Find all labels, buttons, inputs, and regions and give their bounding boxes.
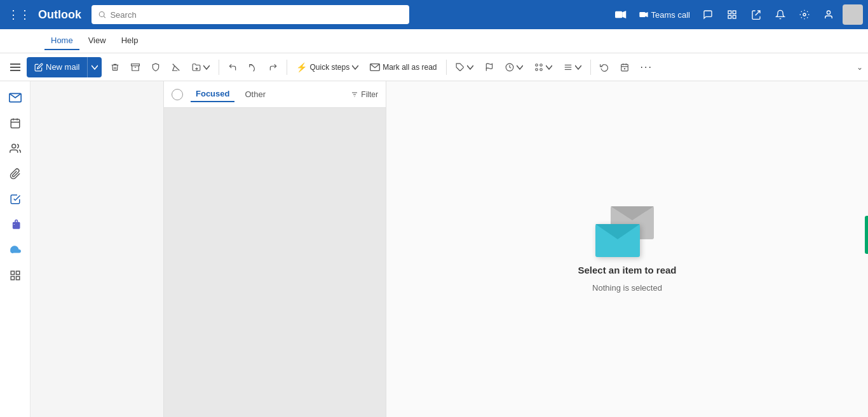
tag-button[interactable]: [451, 57, 478, 77]
trash-icon: [111, 63, 119, 72]
svg-rect-13: [10, 67, 20, 68]
sidebar-item-calendar[interactable]: [4, 112, 27, 135]
sidebar-item-people[interactable]: [4, 137, 27, 160]
message-list: Focused Other Filter: [164, 81, 386, 417]
snooze-button[interactable]: [500, 57, 528, 77]
rules-button[interactable]: [559, 57, 587, 77]
settings-icon[interactable]: [794, 4, 815, 25]
search-bar[interactable]: [92, 5, 409, 24]
flag-button[interactable]: [480, 57, 499, 77]
teams-call-label: Teams call: [651, 10, 690, 20]
new-mail-dropdown-button[interactable]: [87, 57, 102, 77]
separator-1: [219, 60, 219, 75]
search-icon: [98, 10, 106, 19]
chat-icon[interactable]: [698, 4, 718, 25]
calendar-add-button[interactable]: [615, 57, 634, 77]
separator-3: [446, 60, 447, 75]
archive-button[interactable]: [126, 57, 145, 77]
sidebar-item-onedrive[interactable]: [4, 239, 27, 261]
move-to-button[interactable]: [187, 57, 215, 77]
sweep-icon: [172, 63, 180, 72]
svg-point-22: [535, 63, 538, 66]
collapse-nav-button[interactable]: [5, 57, 25, 77]
more-button[interactable]: ···: [635, 57, 658, 77]
delete-button[interactable]: [105, 57, 125, 77]
expand-collapse-button[interactable]: ⌄: [857, 63, 863, 72]
svg-rect-9: [733, 15, 736, 18]
filter-button[interactable]: Filter: [351, 90, 378, 99]
new-mail-button[interactable]: New mail: [27, 57, 87, 77]
empty-state: Select an item to read Nothing is select…: [578, 206, 676, 293]
reverse-icon: [600, 63, 609, 72]
svg-point-40: [11, 144, 15, 148]
separator-4: [590, 60, 591, 75]
svg-rect-42: [16, 271, 19, 274]
profile-icon[interactable]: [818, 4, 839, 25]
search-input[interactable]: [110, 10, 403, 20]
sidebar-item-teams[interactable]: [4, 213, 27, 236]
rules-icon: [564, 63, 573, 72]
apps-grid-icon[interactable]: ⋮⋮: [5, 5, 33, 24]
menu-item-view[interactable]: View: [82, 32, 112, 50]
bell-icon[interactable]: [770, 4, 790, 25]
undo-icon: [228, 63, 237, 72]
svg-rect-41: [11, 271, 14, 274]
tag-icon: [456, 63, 465, 72]
undo-button[interactable]: [223, 57, 242, 77]
cat-chevron-icon: [546, 64, 552, 70]
video-icon[interactable]: [611, 4, 631, 25]
svg-rect-44: [16, 277, 19, 280]
teams-icon-top: [639, 10, 649, 20]
teams-call-button[interactable]: Teams call: [635, 8, 694, 21]
tab-other[interactable]: Other: [240, 87, 271, 102]
categorize-button[interactable]: [529, 57, 557, 77]
reading-pane: Select an item to read Nothing is select…: [386, 81, 868, 417]
compose-icon: [34, 63, 43, 72]
more-icon: ···: [641, 62, 653, 73]
envelope-icon: [370, 63, 380, 71]
svg-marker-3: [622, 11, 626, 18]
undo3-button[interactable]: [595, 57, 614, 77]
flag-icon: [485, 63, 494, 72]
sidebar-icons: [0, 81, 31, 417]
svg-point-24: [535, 68, 538, 70]
filter-icon: [351, 91, 358, 98]
svg-rect-6: [728, 11, 731, 14]
redo-icon: [269, 63, 278, 72]
chevron-down-icon: [92, 64, 98, 70]
svg-rect-29: [621, 64, 628, 71]
redo-button[interactable]: [264, 57, 283, 77]
sidebar-item-attachments[interactable]: [4, 162, 27, 185]
sidebar-item-mail[interactable]: [4, 86, 27, 109]
undo2-icon: [248, 63, 257, 72]
svg-point-0: [99, 12, 104, 17]
svg-point-11: [827, 11, 830, 14]
empty-title: Select an item to read: [578, 265, 676, 275]
mark-all-read-button[interactable]: Mark all as read: [365, 57, 442, 77]
clock-icon: [505, 63, 514, 72]
report-button[interactable]: [146, 57, 165, 77]
svg-line-1: [104, 17, 105, 18]
svg-point-10: [803, 13, 806, 16]
separator-2: [287, 60, 287, 75]
quick-steps-button[interactable]: ⚡ Quick steps: [291, 57, 363, 77]
menu-item-home[interactable]: Home: [44, 32, 79, 50]
envelope-illustration: [595, 206, 659, 257]
svg-rect-8: [728, 15, 731, 18]
menu-item-help[interactable]: Help: [115, 32, 145, 50]
undo2-button[interactable]: [243, 57, 262, 77]
svg-rect-12: [10, 63, 20, 65]
share-icon[interactable]: [746, 4, 766, 25]
tab-focused[interactable]: Focused: [191, 86, 234, 102]
app-title: Outlook: [38, 8, 81, 22]
shield-icon: [151, 63, 160, 72]
sweep-button[interactable]: [166, 57, 186, 77]
select-all-circle[interactable]: [172, 89, 183, 100]
sidebar-item-apps[interactable]: [4, 264, 27, 287]
avatar[interactable]: [843, 4, 863, 25]
message-list-body[interactable]: [164, 108, 386, 417]
sidebar-item-todo[interactable]: [4, 188, 27, 211]
folder-pane: [31, 81, 164, 417]
folder-move-icon: [192, 63, 201, 72]
grid2-icon[interactable]: [722, 4, 742, 25]
